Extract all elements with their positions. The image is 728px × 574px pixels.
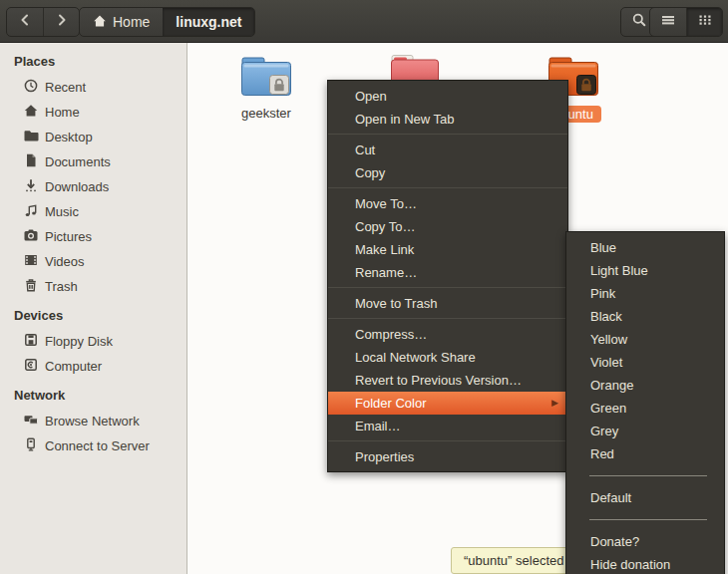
- blue-folder-lock-icon: [239, 85, 293, 102]
- grid-view-button[interactable]: [686, 8, 722, 36]
- menu-separator: [328, 134, 567, 135]
- menu-item-rename[interactable]: Rename…: [328, 261, 567, 284]
- sidebar-item-label: Recent: [45, 80, 86, 95]
- file-label: geekster: [241, 106, 291, 121]
- camera-icon: [23, 227, 39, 246]
- menu-item-open-in-new-tab[interactable]: Open in New Tab: [328, 108, 567, 131]
- menu-item-open[interactable]: Open: [328, 85, 567, 108]
- sidebar-item-videos[interactable]: Videos: [0, 249, 186, 274]
- breadcrumb-home-label: Home: [113, 14, 150, 30]
- menu-item-copy-to[interactable]: Copy To…: [328, 215, 567, 238]
- breadcrumb: Home linuxg.net: [79, 7, 255, 37]
- submenu-item-donate[interactable]: Donate?: [566, 530, 724, 553]
- forward-button[interactable]: [43, 8, 79, 36]
- music-note-icon: [23, 202, 39, 221]
- sidebar-item-label: Documents: [45, 154, 111, 169]
- menu-item-move-to[interactable]: Move To…: [328, 192, 567, 215]
- sidebar-item-label: Home: [45, 105, 80, 120]
- trash-icon: [23, 277, 39, 296]
- menu-separator: [328, 287, 567, 288]
- network-icon: [23, 412, 39, 430]
- submenu-item-black[interactable]: Black: [566, 305, 724, 328]
- breadcrumb-home[interactable]: Home: [80, 8, 163, 36]
- submenu-item-light-blue[interactable]: Light Blue: [566, 259, 724, 282]
- submenu-item-blue[interactable]: Blue: [566, 236, 724, 259]
- navigation-buttons: [6, 7, 80, 37]
- search-icon: [631, 12, 647, 32]
- menu-item-cut[interactable]: Cut: [328, 139, 567, 161]
- breadcrumb-current-folder[interactable]: linuxg.net: [163, 8, 254, 36]
- menu-item-folder-color[interactable]: Folder Color ▶: [328, 392, 567, 415]
- sidebar-item-label: Downloads: [45, 179, 109, 194]
- sidebar-item-label: Pictures: [45, 229, 92, 244]
- folder-color-submenu: Blue Light Blue Pink Black Yellow Violet…: [565, 231, 725, 574]
- floppy-icon: [23, 332, 39, 351]
- submenu-item-yellow[interactable]: Yellow: [566, 328, 724, 351]
- sidebar-section-network: Network: [0, 382, 186, 409]
- sidebar-item-music[interactable]: Music: [0, 199, 186, 224]
- download-icon: [23, 177, 39, 196]
- context-menu: Open Open in New Tab Cut Copy Move To… C…: [327, 80, 568, 472]
- submenu-item-grey[interactable]: Grey: [566, 420, 724, 442]
- sidebar-item-label: Floppy Disk: [45, 334, 113, 349]
- submenu-separator: [589, 519, 707, 520]
- sidebar-item-desktop[interactable]: Desktop: [0, 125, 186, 149]
- submenu-item-red[interactable]: Red: [566, 442, 724, 465]
- sidebar-item-computer[interactable]: Computer: [0, 354, 186, 379]
- menu-separator: [328, 187, 567, 188]
- submenu-arrow-icon: ▶: [551, 392, 558, 415]
- menu-item-properties[interactable]: Properties: [328, 445, 567, 468]
- sidebar-section-places: Places: [0, 48, 186, 75]
- film-icon: [23, 252, 39, 271]
- sidebar-item-label: Computer: [45, 359, 102, 374]
- toolbar: Home linuxg.net: [0, 0, 728, 43]
- submenu-item-orange[interactable]: Orange: [566, 374, 724, 397]
- sidebar-item-recent[interactable]: Recent: [0, 75, 186, 100]
- submenu-item-green[interactable]: Green: [566, 397, 724, 420]
- clock-icon: [23, 78, 39, 97]
- grid-view-icon: [697, 12, 713, 32]
- menu-item-copy[interactable]: Copy: [328, 161, 567, 184]
- list-view-icon: [660, 12, 676, 32]
- sidebar-item-label: Browse Network: [45, 414, 140, 429]
- sidebar-item-pictures[interactable]: Pictures: [0, 224, 186, 249]
- submenu-item-violet[interactable]: Violet: [566, 351, 724, 374]
- sidebar-item-downloads[interactable]: Downloads: [0, 174, 186, 199]
- sidebar-item-label: Desktop: [45, 130, 93, 144]
- menu-item-make-link[interactable]: Make Link: [328, 238, 567, 261]
- sidebar-item-browse-network[interactable]: Browse Network: [0, 409, 186, 433]
- sidebar-item-label: Connect to Server: [45, 438, 150, 453]
- file-geekster[interactable]: geekster: [226, 55, 306, 122]
- view-toggle-group: [649, 7, 723, 37]
- menu-item-local-network-share[interactable]: Local Network Share: [328, 346, 567, 369]
- server-icon: [23, 436, 39, 455]
- sidebar-item-label: Music: [45, 204, 79, 219]
- submenu-item-pink[interactable]: Pink: [566, 282, 724, 305]
- menu-item-email[interactable]: Email…: [328, 415, 567, 437]
- menu-item-revert-to-previous-version[interactable]: Revert to Previous Version…: [328, 369, 567, 392]
- submenu-item-hide-donation[interactable]: Hide donation: [566, 553, 724, 574]
- sidebar-item-trash[interactable]: Trash: [0, 274, 186, 299]
- chevron-left-icon: [17, 12, 33, 32]
- menu-separator: [328, 318, 567, 319]
- menu-item-compress[interactable]: Compress…: [328, 323, 567, 346]
- list-view-button[interactable]: [650, 8, 686, 36]
- submenu-separator: [589, 475, 707, 476]
- sidebar-section-devices: Devices: [0, 302, 186, 329]
- sidebar-item-connect-to-server[interactable]: Connect to Server: [0, 433, 186, 458]
- computer-icon: [23, 357, 39, 376]
- selection-status: “ubuntu” selected: [451, 547, 576, 574]
- sidebar-item-label: Videos: [45, 254, 85, 269]
- menu-item-move-to-trash[interactable]: Move to Trash: [328, 292, 567, 315]
- document-icon: [23, 152, 39, 171]
- sidebar: Places Recent Home Desktop Documents Dow…: [0, 43, 187, 574]
- breadcrumb-current-label: linuxg.net: [176, 14, 241, 30]
- back-button[interactable]: [7, 8, 43, 36]
- menu-separator: [328, 440, 567, 441]
- sidebar-item-home[interactable]: Home: [0, 100, 186, 125]
- home-icon: [23, 103, 39, 122]
- folder-icon: [23, 128, 39, 146]
- sidebar-item-documents[interactable]: Documents: [0, 149, 186, 174]
- sidebar-item-floppy-disk[interactable]: Floppy Disk: [0, 329, 186, 354]
- submenu-item-default[interactable]: Default: [566, 486, 724, 509]
